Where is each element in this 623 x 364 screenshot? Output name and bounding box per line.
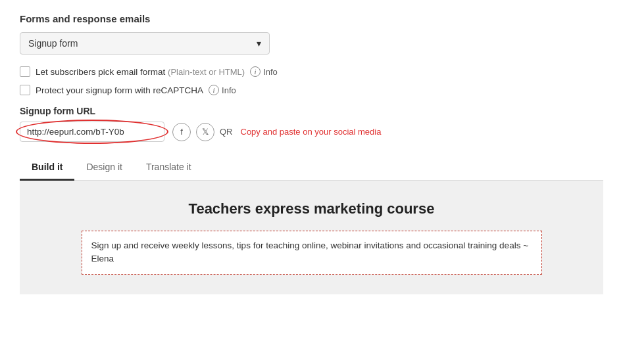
preview-area: Teachers express marketing course Sign u… (20, 181, 603, 294)
twitter-icon-label: 𝕏 (202, 127, 209, 137)
tab-build-it[interactable]: Build it (20, 155, 74, 181)
preview-description-text: Sign up and receive weekly lessons, tips… (91, 240, 529, 263)
tab-translate-it[interactable]: Translate it (134, 155, 203, 181)
preview-title: Teachers express marketing course (33, 200, 590, 217)
facebook-icon-label: f (180, 127, 183, 137)
dropdown-label: Signup form (28, 38, 78, 49)
info-circle-icon: i (250, 66, 261, 77)
email-format-row: Let subscribers pick email format (Plain… (20, 66, 603, 77)
recaptcha-checkbox[interactable] (20, 85, 30, 95)
tab-design-it[interactable]: Design it (74, 155, 134, 181)
facebook-icon[interactable]: f (172, 123, 191, 141)
email-format-info[interactable]: i Info (250, 66, 278, 77)
url-section: Signup form URL f 𝕏 QR Copy and paste on… (20, 106, 603, 142)
social-icons-group: f 𝕏 QR (172, 123, 233, 141)
url-input-wrapper (20, 122, 164, 142)
recaptcha-info[interactable]: i Info (209, 85, 236, 95)
copy-paste-label: Copy and paste on your social media (241, 127, 382, 137)
chevron-down-icon: ▾ (257, 38, 261, 49)
twitter-icon[interactable]: 𝕏 (196, 123, 214, 141)
tabs-row: Build it Design it Translate it (20, 155, 603, 181)
preview-description-box[interactable]: Sign up and receive weekly lessons, tips… (82, 231, 542, 275)
signup-url-input[interactable] (20, 122, 164, 142)
forms-section-title: Forms and response emails (20, 13, 603, 24)
email-format-checkbox[interactable] (20, 66, 30, 77)
email-format-label: Let subscribers pick email format (Plain… (36, 67, 245, 77)
url-row: f 𝕏 QR Copy and paste on your social med… (20, 122, 603, 142)
dropdown-wrapper: Signup form ▾ (20, 32, 603, 55)
url-section-label: Signup form URL (20, 106, 603, 116)
page-container: Forms and response emails Signup form ▾ … (0, 0, 623, 307)
info-circle-icon-2: i (209, 85, 219, 95)
qr-button[interactable]: QR (220, 127, 233, 137)
recaptcha-label: Protect your signup form with reCAPTCHA (36, 85, 203, 95)
recaptcha-row: Protect your signup form with reCAPTCHA … (20, 85, 603, 95)
signup-form-dropdown[interactable]: Signup form ▾ (20, 32, 270, 55)
